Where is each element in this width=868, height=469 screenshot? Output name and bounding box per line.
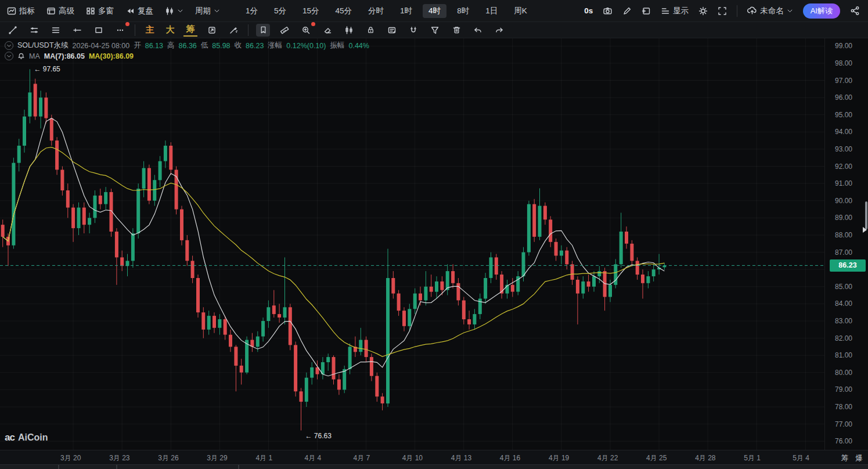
chart-type-selector[interactable] <box>165 6 183 16</box>
more-tools-button[interactable] <box>113 24 127 37</box>
display-settings-button[interactable]: 显示 <box>661 6 689 16</box>
indicator-icon <box>7 6 16 16</box>
price-axis-label: 93.00 <box>835 145 852 153</box>
redo-button[interactable] <box>492 24 506 37</box>
timeframe-1日[interactable]: 1日 <box>480 4 503 18</box>
advanced-button[interactable]: 高级 <box>46 6 74 16</box>
timeframe-row: 1分5分15分45分分时1时4时8时1日周K <box>240 4 533 18</box>
svg-text:← 97.65: ← 97.65 <box>34 65 60 73</box>
timeframe-8时[interactable]: 8时 <box>451 4 475 18</box>
magnet-tool[interactable] <box>406 24 420 37</box>
candle-type-icon <box>165 6 174 16</box>
x-axis-label: 4月 1 <box>255 453 272 463</box>
rectangle-tool[interactable] <box>92 24 106 37</box>
parallel-channel-icon <box>30 26 39 35</box>
timeframe-5分[interactable]: 5分 <box>268 4 292 18</box>
bookmark-icon <box>259 26 268 34</box>
layout-flip-tool[interactable] <box>205 24 219 37</box>
settings-button[interactable] <box>698 6 708 16</box>
share-button[interactable] <box>850 6 860 16</box>
timeframe-15分[interactable]: 15分 <box>297 4 325 18</box>
notification-dot <box>311 22 315 26</box>
magic-brush-tool[interactable] <box>226 24 240 37</box>
ruler-tool[interactable] <box>278 24 291 37</box>
timeframe-1分[interactable]: 1分 <box>240 4 264 18</box>
multiwindow-icon <box>86 6 95 16</box>
price-axis-label: 95.00 <box>835 111 852 119</box>
timeframe-45分[interactable]: 45分 <box>330 4 358 18</box>
ma-info-row: MA MA(7):86.05 MA(30):86.09 <box>5 52 134 60</box>
note-tool[interactable] <box>385 24 399 37</box>
advanced-icon <box>46 6 56 16</box>
timeframe-周K[interactable]: 周K <box>508 4 533 18</box>
timeframe-4时[interactable]: 4时 <box>423 4 446 18</box>
x-axis-label: 4月 25 <box>646 453 667 463</box>
more-dots-icon <box>116 26 125 35</box>
redo-icon <box>495 26 504 35</box>
multiwindow-button[interactable]: 多窗 <box>86 6 114 16</box>
fullscreen-button[interactable] <box>718 6 727 16</box>
trendline-tool[interactable] <box>6 24 20 37</box>
gold-tool-3[interactable]: 筹 <box>183 24 197 37</box>
indicator-button[interactable]: 指标 <box>7 6 35 16</box>
open-label: 开 <box>134 41 141 50</box>
axis-expand-arrow-icon[interactable] <box>863 227 867 233</box>
alert-bell-icon[interactable] <box>17 52 25 60</box>
price-axis-label: 77.00 <box>835 420 852 428</box>
x-axis-label: 3月 23 <box>109 453 129 463</box>
change-label: 涨幅 <box>268 41 282 50</box>
parallel-channel-tool[interactable] <box>27 24 41 37</box>
price-axis-label: 88.00 <box>835 231 852 239</box>
eraser-tool[interactable] <box>320 24 334 37</box>
period-label: 周期 <box>195 6 211 16</box>
x-axis-label: 4月 4 <box>305 453 322 463</box>
timeframe-1时[interactable]: 1时 <box>394 4 418 18</box>
add-window-icon <box>642 6 651 16</box>
compare-candles-icon <box>344 26 354 35</box>
price-axis-label: 84.00 <box>835 300 852 308</box>
chips-tab[interactable]: 筹 <box>841 453 849 463</box>
undo-button[interactable] <box>471 24 485 37</box>
filter-tool[interactable] <box>428 24 442 37</box>
collapse-icon[interactable] <box>5 41 13 50</box>
x-axis-label: 3月 29 <box>207 453 227 463</box>
zoom-in-tool[interactable] <box>299 24 313 37</box>
layout-selector[interactable]: 未命名 <box>747 6 793 16</box>
timeframe-分时[interactable]: 分时 <box>362 4 390 18</box>
period-selector[interactable]: 周期 <box>195 6 220 16</box>
horizontal-ray-tool[interactable] <box>70 24 84 37</box>
draw-button[interactable] <box>622 6 632 16</box>
candlestick-plot[interactable]: ← 97.65← 76.63 <box>0 38 824 450</box>
liquidation-tab[interactable]: 爆 <box>856 453 863 463</box>
x-axis-label: 4月 10 <box>402 453 423 463</box>
compare-candles-tool[interactable] <box>342 24 356 37</box>
lock-tool[interactable] <box>363 24 377 37</box>
delete-tool[interactable] <box>449 24 463 37</box>
svg-text:← 76.63: ← 76.63 <box>305 432 332 440</box>
price-axis-label: 90.00 <box>835 197 852 205</box>
time-axis[interactable]: 筹 爆 3月 203月 233月 263月 294月 14月 44月 74月 1… <box>0 450 868 464</box>
price-axis-label: 96.00 <box>835 93 852 102</box>
add-window-button[interactable] <box>642 6 651 16</box>
ma30-value: MA(30):86.09 <box>89 52 134 60</box>
gold-tool-2[interactable]: 大 <box>163 24 177 35</box>
bookmark-tool[interactable] <box>256 24 270 37</box>
low-value: 85.98 <box>212 42 230 50</box>
axis-scrollbar-thumb[interactable] <box>865 201 867 229</box>
replay-button[interactable]: 复盘 <box>125 6 153 16</box>
horizontal-ray-icon <box>73 26 82 35</box>
collapse-icon[interactable] <box>5 52 13 60</box>
price-axis-label: 79.00 <box>835 385 852 394</box>
gold-tool-1[interactable]: 主 <box>143 24 157 35</box>
undo-icon <box>473 26 482 35</box>
layout-name: 未命名 <box>760 6 784 16</box>
price-axis-label: 87.00 <box>835 248 852 257</box>
horizontal-lines-tool[interactable] <box>49 24 63 37</box>
bottom-scrollbar[interactable] <box>0 464 868 469</box>
screenshot-button[interactable] <box>603 6 613 16</box>
rectangle-tool-icon <box>94 26 103 35</box>
lock-icon <box>366 26 375 34</box>
ai-analysis-button[interactable]: AI解读 <box>803 3 840 19</box>
camera-icon <box>603 6 613 16</box>
price-axis[interactable]: 76.0077.0078.0079.0080.0081.0082.0083.00… <box>824 38 868 450</box>
